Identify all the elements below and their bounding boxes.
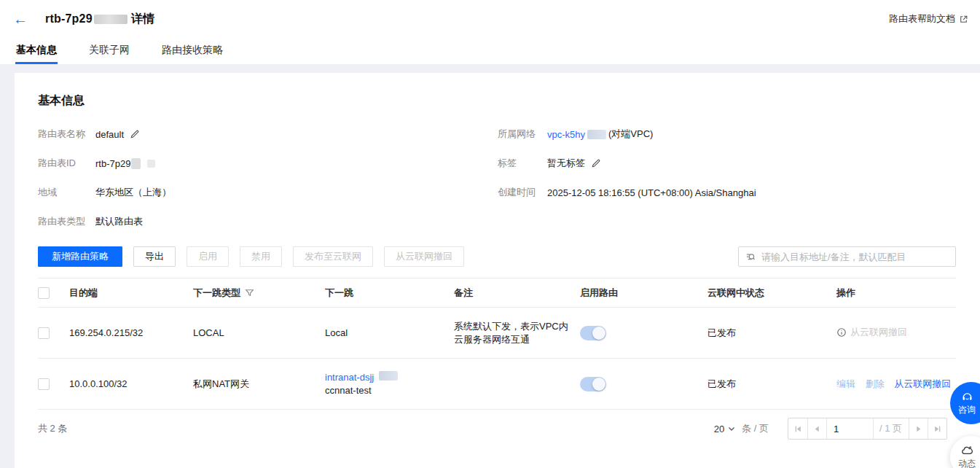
field-label: 路由表ID [38, 157, 95, 170]
edit-name-icon[interactable] [130, 129, 140, 139]
next-hop-link[interactable]: intranat-dsjj [325, 372, 374, 383]
row-checkbox[interactable] [38, 378, 50, 390]
cell-note: 系统默认下发，表示VPC内 云服务器网络互通 [454, 308, 580, 359]
col-note: 备注 [454, 278, 580, 308]
export-button[interactable]: 导出 [133, 246, 176, 267]
redacted-id-block [131, 158, 141, 169]
info-grid: 路由表名称 default 路由表ID rtb-7p29 地域 华东地区（上海） [38, 127, 956, 243]
field-value: default [95, 129, 124, 140]
table-row: 169.254.0.215/32 LOCAL Local 系统默认下发，表示VP… [38, 308, 956, 359]
search-input[interactable] [761, 251, 949, 262]
info-icon [836, 327, 847, 338]
back-icon[interactable]: ← [13, 12, 31, 26]
delete-action[interactable]: 删除 [866, 378, 885, 389]
field-route-table-type: 路由表类型 默认路由表 [38, 214, 498, 229]
tab-basic-info-label: 基本信息 [16, 44, 57, 55]
edit-tags-icon[interactable] [591, 158, 601, 168]
cell-actions: 从云联网撤回 [836, 308, 956, 359]
field-network: 所属网络 vpc-k5hy (对端VPC) [498, 127, 956, 141]
col-ccn-status: 云联网中状态 [707, 278, 836, 308]
last-page-button[interactable] [928, 418, 946, 439]
redacted-id-block [147, 160, 155, 168]
cell-destination: 10.0.0.100/32 [69, 359, 193, 410]
tab-basic-info[interactable]: 基本信息 [15, 39, 58, 64]
field-tags: 标签 暂无标签 [498, 156, 956, 171]
cell-destination: 169.254.0.215/32 [69, 308, 193, 359]
tab-associated-subnets-label: 关联子网 [89, 44, 130, 55]
cell-next-hop-type: LOCAL [193, 308, 325, 359]
cell-next-hop-type: 私网NAT网关 [193, 359, 325, 410]
select-all-checkbox[interactable] [38, 287, 50, 299]
publish-ccn-button[interactable]: 发布至云联网 [293, 246, 373, 267]
route-table: 目的端 下一跳类型 下一跳 备注 启用路由 云联网中状态 操作 [38, 278, 956, 410]
cell-actions: 编辑 删除 从云联网撤回 [836, 359, 956, 410]
prev-page-button[interactable] [807, 418, 826, 439]
external-link-icon [959, 15, 968, 24]
table-footer: 共 2 条 20 条 / 页 1 / 1 页 [38, 418, 956, 440]
col-destination: 目的端 [69, 278, 193, 308]
table-row: 10.0.0.100/32 私网NAT网关 intranat-dsjj ccnn… [38, 359, 956, 410]
field-route-table-name: 路由表名称 default [38, 127, 498, 141]
toggle-knob [592, 378, 605, 391]
per-page-label: 条 / 页 [742, 422, 769, 435]
withdraw-ccn-action[interactable]: 从云联网撤回 [894, 378, 951, 389]
field-value: 默认路由表 [95, 215, 143, 228]
search-box[interactable] [738, 246, 956, 267]
field-region: 地域 华东地区（上海） [38, 185, 498, 200]
total-count: 共 2 条 [38, 422, 67, 435]
field-created-time: 创建时间 2025-12-05 18:16:55 (UTC+08:00) Asi… [498, 185, 956, 200]
help-doc-label: 路由表帮助文档 [889, 12, 955, 26]
first-page-icon [793, 424, 803, 434]
cell-ccn-status: 已发布 [707, 359, 836, 410]
add-route-button[interactable]: 新增路由策略 [38, 246, 122, 267]
toggle-knob [592, 327, 605, 340]
current-page-input[interactable]: 1 [826, 418, 873, 439]
col-next-hop: 下一跳 [325, 278, 454, 308]
search-filter-icon [745, 251, 756, 262]
header-row: ← rtb-7p29 详情 路由表帮助文档 [0, 0, 980, 38]
vpc-suffix: (对端VPC) [608, 128, 653, 141]
next-page-icon [914, 424, 923, 434]
page-size-select[interactable]: 20 [714, 424, 736, 434]
route-table-detail-page: ← rtb-7p29 详情 路由表帮助文档 基本信息 关联子网 路由接收策略 [0, 0, 980, 468]
first-page-button[interactable] [788, 418, 807, 439]
redacted-id-block [94, 15, 128, 24]
active-tab-underline [15, 62, 58, 64]
help-doc-link[interactable]: 路由表帮助文档 [889, 12, 968, 26]
enable-route-toggle[interactable] [580, 326, 606, 340]
news-label: 动态 [958, 458, 976, 468]
filter-icon[interactable] [245, 288, 254, 297]
cell-ccn-status: 已发布 [707, 308, 836, 359]
row-checkbox[interactable] [38, 327, 50, 339]
cell-next-hop: Local [325, 308, 454, 359]
col-enable-route: 启用路由 [580, 278, 707, 308]
field-value: 2025-12-05 18:16:55 (UTC+08:00) Asia/Sha… [547, 187, 756, 198]
withdraw-ccn-button[interactable]: 从云联网撤回 [384, 246, 464, 267]
tab-associated-subnets[interactable]: 关联子网 [88, 39, 130, 64]
field-label: 创建时间 [498, 186, 547, 199]
next-hop-subname: ccnnat-test [325, 384, 454, 397]
withdraw-ccn-action-disabled[interactable]: 从云联网撤回 [836, 326, 907, 339]
field-value: 华东地区（上海） [95, 186, 171, 199]
vpc-link[interactable]: vpc-k5hy [547, 129, 585, 140]
field-label: 路由表类型 [38, 215, 95, 228]
tab-bar: 基本信息 关联子网 路由接收策略 [0, 38, 980, 64]
cloud-icon [961, 445, 973, 457]
cell-note [454, 359, 580, 410]
disable-button[interactable]: 禁用 [240, 246, 282, 267]
section-title: 基本信息 [38, 93, 956, 109]
pagination-control: 1 / 1 页 [788, 418, 947, 440]
last-page-icon [933, 424, 942, 434]
edit-action[interactable]: 编辑 [836, 378, 855, 389]
topbar: ← rtb-7p29 详情 路由表帮助文档 基本信息 关联子网 路由接收策略 [0, 0, 980, 64]
chevron-down-icon [727, 424, 736, 433]
prev-page-icon [812, 424, 822, 434]
page-title: rtb-7p29 详情 [45, 12, 154, 27]
tab-route-receive-policy[interactable]: 路由接收策略 [161, 39, 224, 64]
enable-route-toggle[interactable] [580, 377, 606, 391]
route-toolbar: 新增路由策略 导出 启用 禁用 发布至云联网 从云联网撤回 [38, 246, 956, 267]
redacted-id-block [379, 371, 398, 381]
enable-button[interactable]: 启用 [187, 246, 229, 267]
page-title-suffix: 详情 [131, 12, 154, 27]
next-page-button[interactable] [909, 418, 928, 439]
